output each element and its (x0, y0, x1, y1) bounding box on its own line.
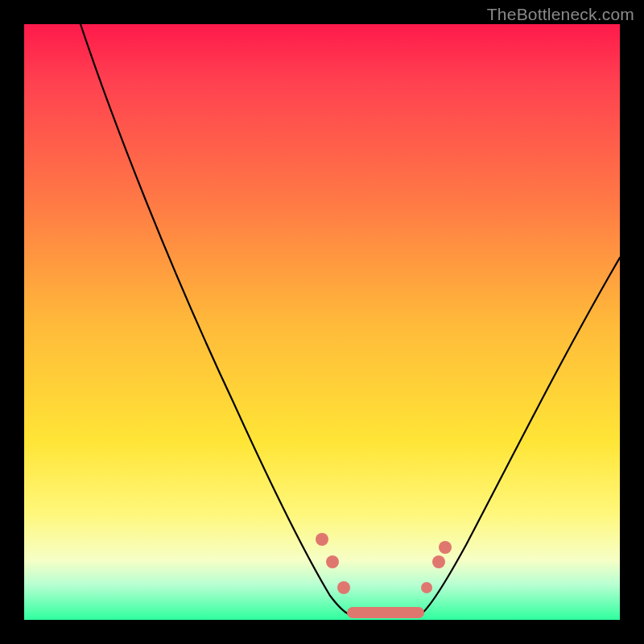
left-curve (80, 24, 354, 616)
curve-overlay (24, 24, 620, 620)
marker-dot (439, 541, 452, 554)
plot-area (24, 24, 620, 620)
watermark-text: TheBottleneck.com (487, 5, 634, 24)
chart-frame: TheBottleneck.com (0, 0, 644, 644)
marker-dot (432, 555, 445, 568)
marker-dot (421, 582, 432, 593)
marker-dot (326, 555, 339, 568)
marker-dot (337, 581, 350, 594)
marker-dot (316, 533, 328, 546)
right-curve (419, 258, 620, 616)
